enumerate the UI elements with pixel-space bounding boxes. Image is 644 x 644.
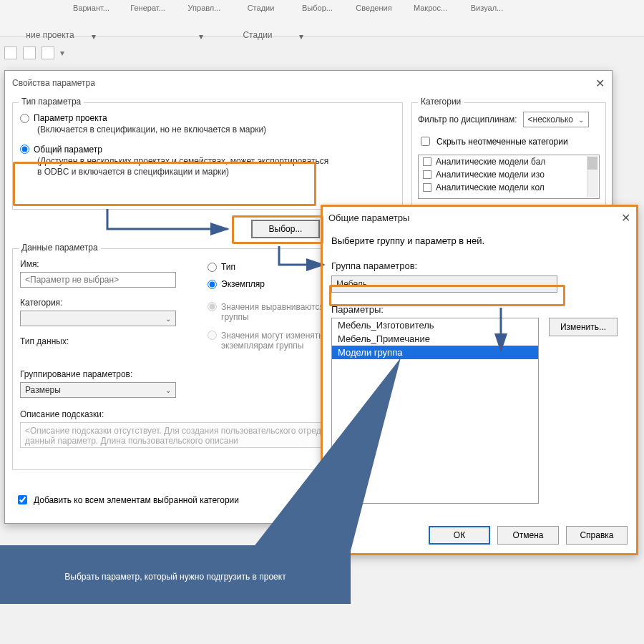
callout-text: Выбрать параметр, который нужно подгрузи… <box>64 572 286 582</box>
chevron-down-icon[interactable]: ▾ <box>299 31 303 42</box>
chevron-down-icon: ⌄ <box>165 386 171 394</box>
parameter-item[interactable]: Мебель_Изготовитель <box>332 318 538 332</box>
params-label: Параметры: <box>331 304 628 315</box>
radio-input[interactable] <box>20 145 29 154</box>
button-label: ОК <box>454 530 465 540</box>
checkbox-icon[interactable] <box>423 157 431 166</box>
choose-button[interactable]: Выбор... <box>251 220 320 238</box>
checkbox-label: Скрыть неотмеченные категории <box>436 137 568 147</box>
chevron-down-icon: ⌄ <box>165 315 171 323</box>
hint-text: (Включается в спецификации, но не включа… <box>37 125 395 136</box>
category-label: Аналитические модели бал <box>436 157 545 167</box>
ok-button[interactable]: ОК <box>429 526 490 545</box>
ribbon-button[interactable]: Вариант... <box>64 1 118 30</box>
titlebar: Свойства параметра ✕ <box>5 71 612 95</box>
category-item[interactable]: Аналитические модели изо <box>419 168 599 181</box>
checkbox-input[interactable] <box>18 495 27 504</box>
button-label: Изменить... <box>560 322 606 332</box>
chevron-down-icon: ⌄ <box>578 116 584 124</box>
button-label: Справка <box>580 530 613 540</box>
ribbon-button[interactable]: Сведения <box>347 1 401 30</box>
filter-combo[interactable]: <несколько ⌄ <box>523 112 589 127</box>
dialog-title: Общие параметры <box>328 213 409 223</box>
checkbox-icon[interactable] <box>423 183 431 192</box>
toolbar-icon[interactable] <box>42 47 54 59</box>
radio-input <box>208 331 217 340</box>
instruction-text: Выберите группу и параметр в ней. <box>331 235 628 246</box>
category-combo[interactable]: ⌄ <box>20 311 176 326</box>
group-param-type: Тип параметра Параметр проекта (Включает… <box>12 102 403 210</box>
checkbox-hide-unchecked[interactable]: Скрыть неотмеченные категории <box>418 135 600 148</box>
checkbox-add-all[interactable]: Добавить ко всем элементам выбранной кат… <box>15 493 239 507</box>
category-list[interactable]: Аналитические модели бал Аналитические м… <box>418 155 600 199</box>
category-label: Аналитические модели изо <box>436 170 545 180</box>
ribbon-button[interactable]: Макрос... <box>404 1 457 30</box>
button-label: Выбор... <box>269 224 303 234</box>
category-item[interactable]: Аналитические модели кол <box>419 181 599 194</box>
radio-input <box>208 302 217 311</box>
parameter-list[interactable]: Мебель_Изготовитель Мебель_Примечание Мо… <box>331 318 539 504</box>
param-group-combo[interactable]: Мебель ⌄ <box>331 275 557 293</box>
chevron-down-icon[interactable]: ▾ <box>60 48 64 58</box>
groupbox-label: Категории <box>418 97 464 107</box>
ribbon-button[interactable]: Стадии <box>234 1 288 30</box>
titlebar: Общие параметры ✕ <box>321 205 638 230</box>
param-group-label: Группа параметров: <box>331 260 628 271</box>
checkbox-label: Добавить ко всем элементам выбранной кат… <box>34 495 239 505</box>
callout-box: Выбрать параметр, который нужно подгрузи… <box>0 545 351 604</box>
category-item[interactable]: Аналитические модели бал <box>419 155 599 168</box>
quick-toolbar: ▾ <box>0 43 107 63</box>
scrollbar[interactable] <box>587 156 598 197</box>
edit-button[interactable]: Изменить... <box>549 318 618 336</box>
chevron-down-icon: ⌄ <box>547 280 552 288</box>
radio-input[interactable] <box>20 114 29 123</box>
ribbon-panel-label: Стадии▾ <box>208 29 308 46</box>
chevron-down-icon[interactable]: ▾ <box>92 31 96 42</box>
radio-input[interactable] <box>208 280 217 289</box>
radio-shared-param[interactable]: Общий параметр <box>20 145 395 155</box>
placeholder-text: <Параметр не выбран> <box>25 275 119 285</box>
help-button[interactable]: Справка <box>566 526 628 545</box>
groupbox-label: Тип параметра <box>19 97 84 107</box>
groupbox-label: Данные параметра <box>19 243 101 253</box>
placeholder-text: <Описание подсказки отсутствует. Для соз… <box>25 426 361 446</box>
radio-input[interactable] <box>208 263 217 272</box>
ribbon-button[interactable]: Выбор... <box>291 1 344 30</box>
ribbon-button[interactable]: Генерат... <box>121 1 175 30</box>
toolbar-icon[interactable] <box>23 47 36 59</box>
button-label: Отмена <box>512 530 543 540</box>
grouping-combo[interactable]: Размеры ⌄ <box>20 382 176 398</box>
combo-value: <несколько <box>528 114 573 125</box>
group-categories: Категории Фильтр по дисциплинам: <нескол… <box>411 102 606 217</box>
filter-label: Фильтр по дисциплинам: <box>418 114 517 125</box>
chevron-down-icon[interactable]: ▾ <box>199 31 203 42</box>
close-icon[interactable]: ✕ <box>595 77 605 90</box>
radio-label: Общий параметр <box>34 145 102 155</box>
checkbox-icon[interactable] <box>423 170 431 179</box>
ribbon-button[interactable]: Визуал... <box>460 1 514 30</box>
name-input[interactable]: <Параметр не выбран> <box>20 272 176 288</box>
checkbox-input[interactable] <box>421 137 430 146</box>
radio-label: Параметр проекта <box>34 113 107 123</box>
toolbar-icon[interactable] <box>4 47 17 59</box>
dialog-title: Свойства параметра <box>12 78 95 88</box>
category-label: Аналитические модели кол <box>436 182 545 192</box>
combo-value: Размеры <box>25 385 61 395</box>
dialog-shared-parameters: Общие параметры ✕ Выберите группу и пара… <box>321 205 638 555</box>
ribbon-panel-label: ▾ <box>100 29 208 46</box>
ribbon-button[interactable]: Управл... <box>177 1 231 30</box>
radio-label: Экземпляр <box>221 279 265 289</box>
combo-value: Мебель <box>336 279 367 289</box>
scroll-thumb[interactable] <box>587 157 597 170</box>
parameter-item-selected[interactable]: Модели группа <box>332 346 538 359</box>
hint-text: (Доступен в нескольких проектах и семейс… <box>37 156 331 178</box>
close-icon[interactable]: ✕ <box>621 211 630 225</box>
cancel-button[interactable]: Отмена <box>497 526 559 545</box>
radio-project-param[interactable]: Параметр проекта <box>20 113 395 123</box>
parameter-item[interactable]: Мебель_Примечание <box>332 332 538 346</box>
radio-label: Тип <box>221 262 235 272</box>
